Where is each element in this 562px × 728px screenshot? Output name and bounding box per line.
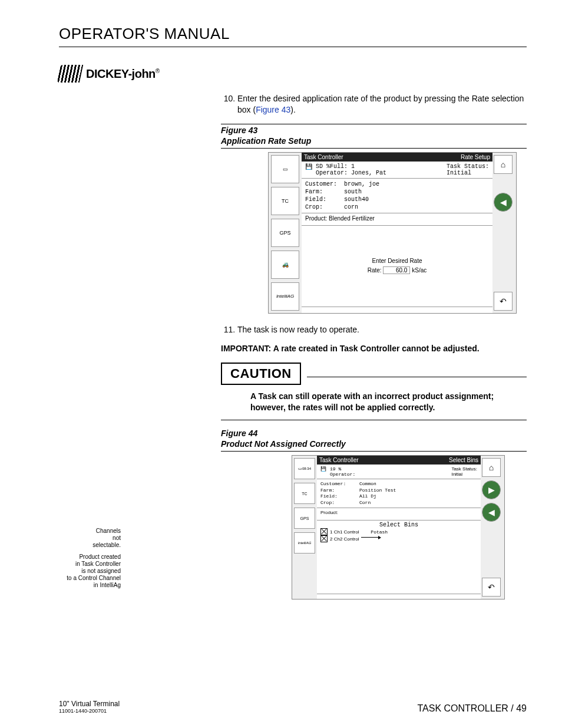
figure-44-label: Figure 44: [221, 427, 527, 438]
figure-44-screenshot: ▭08:34 TC GPS IntelliAG Task Controller …: [292, 455, 505, 599]
screen-main-43: Task Controller Rate Setup 💾 SD %Full: 1…: [302, 153, 492, 313]
logo-text: DICKEY-john®: [86, 67, 160, 81]
customer-value: brown, joe: [344, 180, 379, 188]
screen-title-bar-44: Task Controller Select Bins: [317, 456, 481, 465]
select-bins-label: Select Bins: [320, 522, 477, 528]
product-line-44: Product:: [317, 508, 481, 521]
customer-label: Customer:: [305, 180, 340, 188]
screen-main-44: Task Controller Select Bins 💾 19 % Opera…: [317, 456, 481, 599]
home-icon[interactable]: ⌂: [494, 155, 513, 174]
crop-value-44: Corn: [359, 500, 371, 506]
softkey-intelliag-icon-44[interactable]: IntelliAG: [294, 532, 315, 554]
enter-rate-label: Enter Desired Rate: [372, 258, 422, 264]
step-11: The task is now ready to operate.: [237, 324, 527, 335]
channel-2-label: 2 Ch2 Control: [330, 536, 359, 542]
footer-product: 10" Virtual Terminal: [59, 700, 120, 708]
footer-docnum: 11001-1440-200701: [59, 708, 120, 714]
right-softkey-bar-44: ⌂ ▶ ◀ ↶: [481, 456, 504, 599]
logo-word: DICKEY-john: [86, 67, 156, 80]
channel-1-checkbox[interactable]: [320, 528, 328, 535]
screen-footer: [302, 307, 492, 313]
sd-full-value: SD %Full: 1: [316, 163, 386, 170]
figure-43-label: Figure 43: [221, 124, 527, 135]
softkey-tc-icon[interactable]: TC: [271, 187, 299, 215]
figure-44-block: Figure 44 Product Not Assigned Correctly…: [221, 427, 527, 599]
screen-top-row-44: 💾 19 % Operator: Task Status: Initial: [317, 465, 481, 479]
crop-label-44: Crop:: [320, 500, 356, 506]
figure-43-link[interactable]: Figure 43: [256, 105, 290, 114]
task-info: Customer:brown, joe Farm:south Field:sou…: [302, 179, 492, 213]
right-softkey-bar: ⌂ ◀ ↶: [492, 153, 516, 313]
rate-input[interactable]: 60.0: [383, 266, 410, 274]
important-note: IMPORTANT: A rate created in Task Contro…: [221, 344, 527, 353]
channel-2-row[interactable]: 2 Ch2 Control: [320, 535, 477, 542]
rate-unit: kS/ac: [412, 267, 427, 274]
logo-mark-icon: [57, 65, 83, 83]
footer-section-page: TASK CONTROLLER / 49: [417, 703, 527, 714]
rate-entry-area: Enter Desired Rate Rate: 60.0 kS/ac: [302, 226, 492, 307]
forward-arrow-icon[interactable]: ▶: [482, 480, 501, 499]
annotation-channels-text: Channelsnotselectable.: [56, 528, 121, 549]
figure-44-caption: Product Not Assigned Correctly: [221, 439, 527, 452]
screen-top-row: 💾 SD %Full: 1 Operator: Jones, Pat Task …: [302, 162, 492, 179]
screen-title-right-44: Select Bins: [449, 457, 478, 463]
customer-value-44: Common: [359, 481, 376, 487]
sd-pct-value: 19 %: [330, 466, 355, 472]
step-list: Enter the desired application rate of th…: [221, 93, 527, 116]
step-10: Enter the desired application rate of th…: [237, 93, 527, 116]
home-icon-44[interactable]: ⌂: [482, 458, 501, 477]
softkey-gps-icon-44[interactable]: GPS: [294, 508, 315, 529]
softkey-tractor-icon[interactable]: 🚜: [271, 251, 299, 279]
caution-text: A Task can still operate with an incorre…: [250, 391, 527, 413]
softkey-display-icon[interactable]: ▭: [271, 155, 299, 183]
screen-title-left-44: Task Controller: [319, 457, 359, 463]
undo-icon[interactable]: ↶: [494, 292, 513, 311]
channel-1-label: 1 Ch1 Control: [330, 529, 359, 535]
task-status-value: Initial: [447, 170, 489, 176]
task-info-44: Customer:Common Farm:Position Test Field…: [317, 479, 481, 508]
softkey-tc-icon-44[interactable]: TC: [294, 483, 315, 504]
softkey-gps-icon[interactable]: GPS: [271, 219, 299, 247]
page-footer: 10" Virtual Terminal 11001-1440-200701 T…: [59, 700, 527, 714]
important-text: A rate created in Task Controller cannot…: [273, 344, 480, 353]
channel-1-row[interactable]: 1 Ch1 Control Potash: [320, 528, 477, 535]
registered-icon: ®: [156, 68, 160, 74]
caution-header: CAUTION: [221, 363, 527, 385]
operator-label-44: Operator:: [330, 472, 355, 477]
important-label: IMPORTANT:: [221, 344, 271, 353]
crop-value: corn: [344, 203, 358, 211]
customer-label-44: Customer:: [320, 481, 356, 487]
section-rule: [221, 420, 527, 420]
left-softkey-bar-44: ▭08:34 TC GPS IntelliAG: [292, 456, 317, 599]
step-10-text-b: ).: [290, 105, 296, 114]
farm-value: south: [344, 188, 362, 196]
left-softkey-bar: ▭ TC GPS 🚜 IntelliAG: [269, 153, 302, 313]
caution-box: CAUTION: [221, 363, 301, 385]
farm-label: Farm:: [305, 188, 340, 196]
field-value: south40: [344, 196, 369, 203]
crop-label: Crop:: [305, 203, 340, 211]
caution-rule: [307, 370, 527, 377]
figure-43-caption: Application Rate Setup: [221, 136, 527, 149]
softkey-display-icon-44[interactable]: ▭08:34: [294, 458, 315, 479]
task-status-44: Task Status: Initial: [451, 466, 477, 477]
softkey-intelliag-icon[interactable]: IntelliAG: [271, 282, 299, 311]
callout-arrow-icon: [361, 537, 379, 538]
task-status-value-44: Initial: [451, 472, 477, 477]
field-value-44: All Dj: [359, 493, 376, 499]
screen-title-right: Rate Setup: [461, 154, 490, 160]
farm-label-44: Farm:: [320, 487, 356, 493]
back-arrow-icon[interactable]: ◀: [494, 193, 513, 212]
figure-43-screenshot: ▭ TC GPS 🚜 IntelliAG Task Controller Rat…: [268, 152, 517, 314]
task-status-label-44: Task Status:: [451, 466, 477, 472]
rate-label: Rate:: [368, 267, 382, 274]
operator-label: Operator: Jones, Pat: [316, 170, 386, 176]
channel-2-checkbox[interactable]: [320, 535, 328, 542]
screen-title-left: Task Controller: [304, 154, 343, 160]
product-line: Product: Blended Fertilizer: [302, 213, 492, 226]
sd-card-icon-44: 💾: [320, 466, 326, 472]
sd-card-icon: 💾: [305, 163, 312, 170]
farm-value-44: Position Test: [359, 487, 396, 493]
back-arrow-icon-44[interactable]: ◀: [482, 503, 501, 522]
undo-icon-44[interactable]: ↶: [482, 578, 501, 597]
